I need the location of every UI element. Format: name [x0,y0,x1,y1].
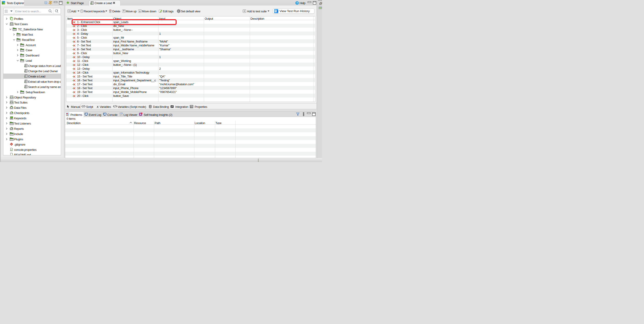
svg-text:LOG: LOG [120,113,122,114]
svg-text:x: x [96,105,99,108]
svg-text:?: ? [296,1,298,4]
svg-text:</>: </> [10,118,12,119]
